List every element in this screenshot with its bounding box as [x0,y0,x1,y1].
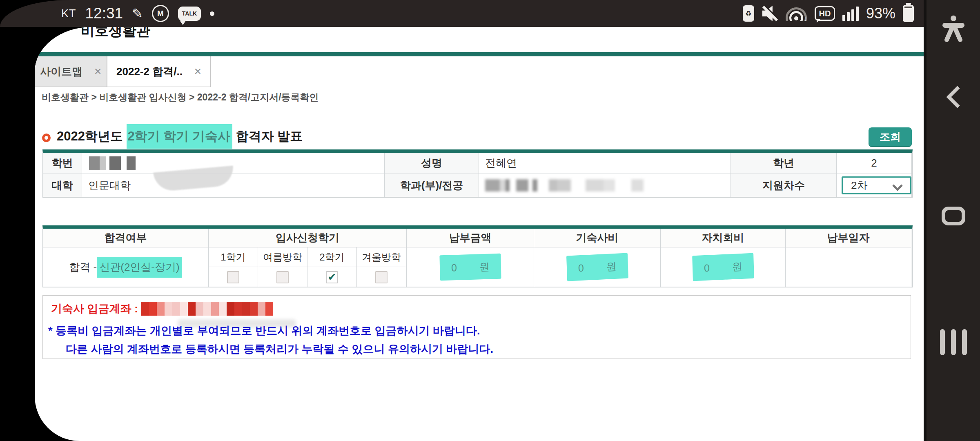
signal-strength-icon [842,6,859,21]
payment-amount-highlight: 0 원 [439,254,501,281]
pencil-notification-icon: ✎ [132,6,143,21]
accessibility-button[interactable] [940,16,967,44]
header-council-fee: 자치회비 [661,229,786,247]
wifi-traffic-arrows: ↓↑ [804,15,807,21]
redacted-student-id [89,156,136,170]
battery-percent-label: 93% [866,5,895,22]
semester-1-checkbox[interactable] [227,271,239,283]
payment-amount-value: 0 [451,262,457,274]
header-acceptance: 합격여부 [43,229,209,247]
name-value: 전혜연 [479,153,731,174]
dorm-fee-cell: 0 원 [534,247,661,287]
council-fee-unit: 원 [732,259,742,273]
carrier-label: KT [61,7,76,20]
redacted-account-number [141,302,273,316]
hd-voice-icon: HD [815,6,835,21]
wifi-icon: ↓↑ [785,6,807,21]
round-cell: 2차 [837,174,912,197]
dorm-fee-highlight: 0 원 [566,253,628,281]
semester-2-label: 2학기 [307,247,357,267]
round-dropdown[interactable]: 2차 [842,176,911,194]
home-button[interactable] [942,207,965,225]
notice-line-1: * 등록비 입금계좌는 개인별로 부여되므로 반드시 위의 계좌번호로 입금하시… [48,323,480,338]
dorm-fee-unit: 원 [606,259,617,273]
page-title-prefix: 2022학년도 [57,129,127,143]
chevron-down-icon [892,180,902,191]
tab-strip-accent-line [35,52,924,56]
semester-summer-label: 여름방학 [258,247,307,267]
semester-winter-label: 겨울방학 [357,247,406,267]
council-fee-value: 0 [704,262,710,274]
account-row: 기숙사 입금계좌 : [51,301,273,316]
semester-winter-checkbox[interactable] [375,271,388,283]
header-payment-date: 납부일자 [786,229,911,247]
search-button[interactable]: 조회 [869,127,912,146]
status-bar-left: KT 12:31 ✎ M TALK [61,0,214,27]
status-bar: KT 12:31 ✎ M TALK ♻ ↓↑ HD 93% [0,0,924,27]
acceptance-cell: 합격 - 신관(2인실-장기) [43,247,209,287]
page-title-suffix: 합격자 발표 [232,129,303,143]
acceptance-prefix: 합격 - [69,260,97,274]
dorm-fee-value: 0 [578,262,584,274]
back-button[interactable] [946,86,968,108]
council-fee-highlight: 0 원 [692,253,754,281]
tab-sitemap-label: 사이트맵 [40,65,82,79]
name-label: 성명 [385,153,479,174]
student-id-value-redacted [82,153,385,174]
header-semester: 입사신청학기 [209,229,407,247]
status-bar-right: ♻ ↓↑ HD 93% [743,0,914,27]
navigation-sidebar [924,0,980,441]
result-table-header: 합격여부 입사신청학기 납부금액 기숙사비 자치회비 납부일자 [43,229,912,247]
semester-2-checkbox[interactable]: ✔ [326,271,338,283]
tab-2022-2-result[interactable]: 2022-2 합격/.. ✕ [107,56,211,87]
council-fee-cell: 0 원 [661,247,786,287]
notice-line-2: 다른 사람의 계좌번호로 등록하시면 등록처리가 누락될 수 있으니 유의하시기… [66,342,493,356]
page-title: 2022학년도 2학기 학기 기숙사 합격자 발표 [57,128,303,145]
clipped-site-title: 비호생활관 [81,27,150,40]
year-value: 2 [837,153,912,174]
round-label: 지원차수 [731,174,837,197]
phone-screen: KT 12:31 ✎ M TALK ♻ ↓↑ HD 93% [0,0,980,441]
semester-1-label: 1학기 [209,247,258,267]
battery-saver-icon: ♻ [743,5,754,22]
header-payment-amount: 납부금액 [407,229,534,247]
payment-date-cell [786,247,911,287]
account-notice-box: 기숙사 입금계좌 : * 등록비 입금계좌는 개인별로 부여되므로 반드시 위의… [42,295,911,359]
recent-apps-button[interactable] [940,329,967,355]
tab-result-label: 2022-2 합격/.. [116,65,183,79]
header-dorm-fee: 기숙사비 [534,229,661,247]
semester-cell: 1학기 여름방학 2학기 겨울방학 ✔ [209,247,407,287]
clock: 12:31 [85,5,123,22]
page-title-highlighted-text: 2학기 학기 기숙사 [127,124,232,149]
more-notifications-dot-icon [210,11,214,16]
title-bullet-icon [42,134,51,142]
college-label: 대학 [43,174,82,197]
college-value: 인문대학 [82,174,385,197]
close-icon[interactable]: ✕ [194,66,202,77]
browser-content: 비호생활관 사이트맵 ✕ 2022-2 합격/.. ✕ 비호생활관 > 비호생활… [35,27,924,441]
major-label: 학과(부)/전공 [385,174,479,197]
battery-icon [903,5,914,22]
redacted-major [485,179,644,192]
tab-sitemap[interactable]: 사이트맵 ✕ [35,56,107,87]
breadcrumb: 비호생활관 > 비호생활관 입사신청 > 2022-2 합격/고지서/등록확인 [42,91,319,104]
student-id-label: 학번 [43,153,82,174]
semester-summer-checkbox[interactable] [276,271,289,283]
kakaotalk-notification-icon: TALK [178,7,201,21]
payment-amount-cell: 0 원 [407,247,534,287]
account-label: 기숙사 입금계좌 : [51,301,138,316]
year-label: 학년 [731,153,837,174]
major-value-redacted [479,174,731,197]
acceptance-highlighted-text: 신관(2인실-장기) [97,257,182,278]
close-icon[interactable]: ✕ [94,66,102,77]
payment-amount-unit: 원 [479,260,490,274]
result-table-body: 합격 - 신관(2인실-장기) 1학기 여름방학 2학기 겨울방학 ✔ [43,247,912,287]
mute-icon [762,5,778,22]
result-table: 합격여부 입사신청학기 납부금액 기숙사비 자치회비 납부일자 합격 - 신관(… [42,225,913,287]
round-dropdown-value: 2차 [851,178,867,193]
m-app-notification-icon: M [152,5,169,22]
